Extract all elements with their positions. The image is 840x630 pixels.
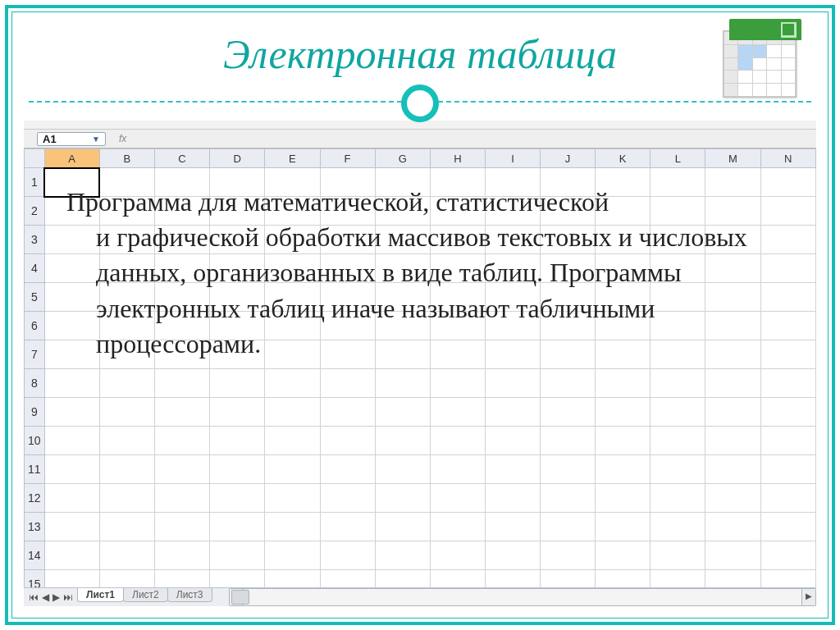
- tab-nav-button[interactable]: ◀: [40, 591, 51, 603]
- cell-J1[interactable]: [541, 168, 596, 197]
- cell-C6[interactable]: [154, 312, 209, 340]
- cell-L8[interactable]: [651, 369, 705, 398]
- cell-A4[interactable]: [44, 254, 99, 283]
- cell-K5[interactable]: [596, 283, 651, 312]
- row-header-8[interactable]: 8: [25, 369, 45, 398]
- column-header-C[interactable]: C: [154, 149, 209, 168]
- cell-D4[interactable]: [210, 254, 265, 283]
- cell-I5[interactable]: [486, 283, 541, 312]
- name-box[interactable]: A1 ▼: [37, 132, 106, 146]
- cell-J5[interactable]: [541, 283, 596, 312]
- cell-J8[interactable]: [541, 369, 596, 398]
- cell-G4[interactable]: [375, 254, 430, 283]
- cell-K4[interactable]: [596, 254, 651, 283]
- cell-J4[interactable]: [541, 254, 596, 283]
- cell-B11[interactable]: [99, 455, 154, 484]
- cell-E4[interactable]: [265, 254, 320, 283]
- cell-F3[interactable]: [320, 226, 375, 254]
- cell-D10[interactable]: [210, 427, 265, 455]
- cell-A10[interactable]: [44, 427, 99, 455]
- column-header-D[interactable]: D: [210, 149, 265, 168]
- column-header-M[interactable]: M: [705, 149, 760, 168]
- cell-N8[interactable]: [760, 369, 815, 398]
- cell-E10[interactable]: [265, 427, 320, 455]
- cell-I11[interactable]: [486, 455, 541, 484]
- cell-E13[interactable]: [265, 513, 320, 541]
- cell-J2[interactable]: [541, 197, 596, 226]
- cell-N10[interactable]: [760, 427, 815, 455]
- column-header-A[interactable]: A: [44, 149, 99, 168]
- cell-I6[interactable]: [486, 312, 541, 340]
- column-header-J[interactable]: J: [541, 149, 596, 168]
- cell-I2[interactable]: [486, 197, 541, 226]
- column-header-I[interactable]: I: [486, 149, 541, 168]
- tab-nav-button[interactable]: ▶: [51, 591, 62, 603]
- cell-L12[interactable]: [651, 484, 705, 513]
- cell-K2[interactable]: [596, 197, 651, 226]
- cell-L4[interactable]: [651, 254, 705, 283]
- cell-F8[interactable]: [320, 369, 375, 398]
- cell-J7[interactable]: [541, 340, 596, 369]
- cell-D13[interactable]: [210, 513, 265, 541]
- cell-K12[interactable]: [596, 484, 651, 513]
- cell-L11[interactable]: [651, 455, 705, 484]
- cell-B2[interactable]: [99, 197, 154, 226]
- cell-F6[interactable]: [320, 312, 375, 340]
- cell-E1[interactable]: [265, 168, 320, 197]
- select-all-corner[interactable]: [25, 149, 45, 168]
- cell-G2[interactable]: [375, 197, 430, 226]
- cell-G14[interactable]: [375, 541, 430, 570]
- cell-F11[interactable]: [320, 455, 375, 484]
- cell-I3[interactable]: [486, 226, 541, 254]
- cell-M11[interactable]: [705, 455, 760, 484]
- cell-I1[interactable]: [486, 168, 541, 197]
- cell-B13[interactable]: [99, 513, 154, 541]
- horizontal-scrollbar[interactable]: ◀ ▶: [229, 588, 816, 606]
- cell-F10[interactable]: [320, 427, 375, 455]
- row-header-12[interactable]: 12: [25, 484, 45, 513]
- cell-I10[interactable]: [486, 427, 541, 455]
- cell-G12[interactable]: [375, 484, 430, 513]
- cell-F13[interactable]: [320, 513, 375, 541]
- cell-F14[interactable]: [320, 541, 375, 570]
- row-header-9[interactable]: 9: [25, 398, 45, 427]
- cell-G9[interactable]: [375, 398, 430, 427]
- cell-C9[interactable]: [154, 398, 209, 427]
- row-header-14[interactable]: 14: [25, 541, 45, 570]
- cell-A6[interactable]: [44, 312, 99, 340]
- cell-A2[interactable]: [44, 197, 99, 226]
- row-header-2[interactable]: 2: [25, 197, 45, 226]
- cell-N12[interactable]: [760, 484, 815, 513]
- cell-D7[interactable]: [210, 340, 265, 369]
- cell-A13[interactable]: [44, 513, 99, 541]
- cell-C4[interactable]: [154, 254, 209, 283]
- cell-A5[interactable]: [44, 283, 99, 312]
- cell-C11[interactable]: [154, 455, 209, 484]
- cell-B5[interactable]: [99, 283, 154, 312]
- cell-N9[interactable]: [760, 398, 815, 427]
- cell-C3[interactable]: [154, 226, 209, 254]
- cell-N13[interactable]: [760, 513, 815, 541]
- row-header-10[interactable]: 10: [25, 427, 45, 455]
- cell-K14[interactable]: [596, 541, 651, 570]
- cell-C10[interactable]: [154, 427, 209, 455]
- cell-L14[interactable]: [651, 541, 705, 570]
- cell-J14[interactable]: [541, 541, 596, 570]
- cell-B6[interactable]: [99, 312, 154, 340]
- cell-G6[interactable]: [375, 312, 430, 340]
- cell-L3[interactable]: [651, 226, 705, 254]
- cell-H1[interactable]: [430, 168, 485, 197]
- cell-B8[interactable]: [99, 369, 154, 398]
- cell-H6[interactable]: [430, 312, 485, 340]
- cell-K6[interactable]: [596, 312, 651, 340]
- cell-H7[interactable]: [430, 340, 485, 369]
- cell-G3[interactable]: [375, 226, 430, 254]
- column-header-G[interactable]: G: [375, 149, 430, 168]
- cell-H11[interactable]: [430, 455, 485, 484]
- cell-G10[interactable]: [375, 427, 430, 455]
- cell-L9[interactable]: [651, 398, 705, 427]
- cell-J3[interactable]: [541, 226, 596, 254]
- cell-D6[interactable]: [210, 312, 265, 340]
- row-header-1[interactable]: 1: [25, 168, 45, 197]
- cell-C14[interactable]: [154, 541, 209, 570]
